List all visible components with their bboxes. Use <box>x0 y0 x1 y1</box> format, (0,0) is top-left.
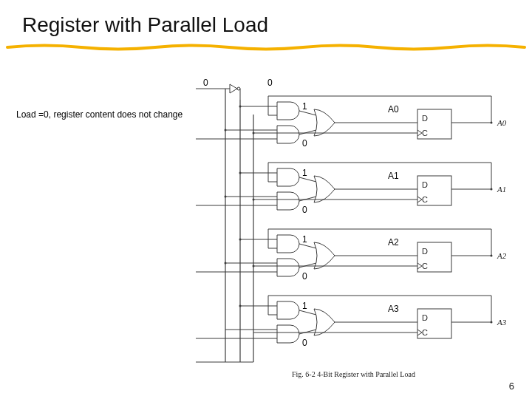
figure-caption: Fig. 6-2 4-Bit Register with Parallel Lo… <box>292 370 415 378</box>
svg-point-10 <box>239 106 242 108</box>
svg-line-67 <box>299 263 316 267</box>
svg-text:C: C <box>422 195 428 204</box>
svg-line-43 <box>299 197 316 201</box>
svg-text:A1: A1 <box>388 171 399 181</box>
svg-text:0: 0 <box>302 338 307 348</box>
svg-text:A2: A2 <box>388 237 399 248</box>
svg-text:1: 1 <box>302 301 307 311</box>
svg-text:A0: A0 <box>388 104 399 115</box>
svg-point-28 <box>253 132 255 134</box>
svg-line-90 <box>299 330 316 334</box>
slide-title: Register with Parallel Load <box>22 13 268 37</box>
svg-line-19 <box>299 130 316 134</box>
svg-text:A0: A0 <box>497 118 507 127</box>
stage-2: I2 1 0 A2 D C A2 <box>196 229 507 282</box>
svg-text:1: 1 <box>302 101 307 112</box>
svg-point-82 <box>239 305 242 307</box>
svg-text:1: 1 <box>302 168 307 178</box>
stage-3: I3 1 0 A3 D C A3 <box>196 296 507 348</box>
svg-text:C: C <box>422 262 428 270</box>
condition-note: Load =0, register content does not chang… <box>16 109 183 120</box>
svg-text:C: C <box>422 129 428 137</box>
svg-text:D: D <box>422 114 428 123</box>
svg-text:0: 0 <box>302 271 307 282</box>
circuit-diagram: Load Clock I0 1 0 A0 D C <box>196 66 521 384</box>
svg-point-39 <box>225 196 227 198</box>
svg-text:A3: A3 <box>388 304 399 314</box>
svg-text:A2: A2 <box>497 251 507 260</box>
svg-point-15 <box>225 129 227 132</box>
svg-point-6 <box>237 87 240 90</box>
stage-0: I0 1 0 A0 D C A0 <box>196 96 507 149</box>
svg-text:1: 1 <box>302 234 307 245</box>
svg-text:0: 0 <box>302 138 307 149</box>
page-number: 6 <box>509 381 514 392</box>
svg-text:D: D <box>422 313 428 322</box>
svg-point-52 <box>253 199 255 201</box>
svg-point-63 <box>225 262 227 265</box>
svg-text:D: D <box>422 247 428 256</box>
svg-text:A3: A3 <box>497 318 507 327</box>
svg-text:0: 0 <box>302 205 307 215</box>
svg-text:C: C <box>422 328 428 337</box>
svg-point-58 <box>239 239 242 241</box>
stage-1: I1 1 0 A1 D C A1 <box>196 163 506 215</box>
svg-point-34 <box>239 172 242 174</box>
title-underline <box>0 43 532 52</box>
svg-point-76 <box>253 265 255 267</box>
svg-text:A1: A1 <box>497 185 506 194</box>
svg-text:D: D <box>422 180 428 189</box>
